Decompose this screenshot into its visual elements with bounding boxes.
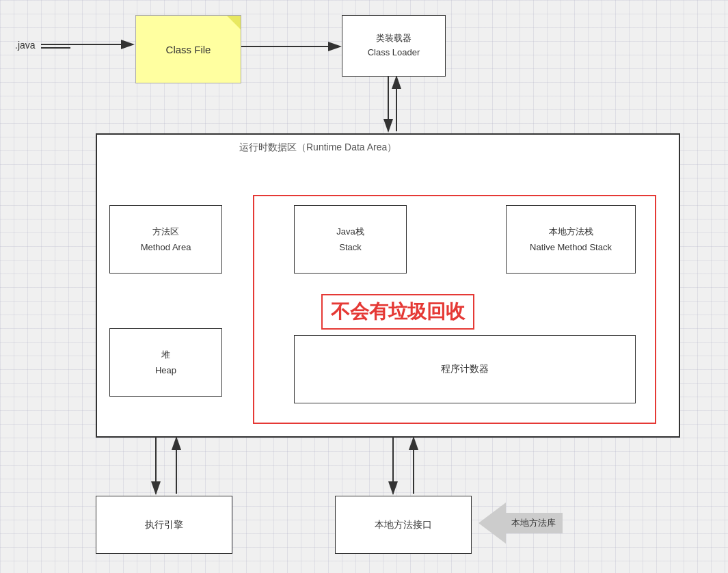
native-lib-body: 本地方法库 — [504, 513, 563, 533]
heap-box: 堆 Heap — [109, 328, 222, 397]
native-stack-line1: 本地方法栈 — [549, 224, 593, 239]
arrow-chevron — [478, 503, 506, 544]
heap-line2: Heap — [155, 362, 176, 378]
class-file-label: Class File — [166, 44, 211, 55]
class-loader-line2: Class Loader — [368, 46, 420, 60]
exec-engine-label: 执行引擎 — [145, 519, 183, 531]
native-lib-arrow: 本地方法库 — [478, 506, 567, 540]
native-interface-box: 本地方法接口 — [335, 496, 472, 554]
native-stack-box: 本地方法栈 Native Method Stack — [506, 205, 636, 274]
exec-engine-box: 执行引擎 — [96, 496, 232, 554]
class-loader-box: 类装载器 Class Loader — [342, 15, 446, 77]
method-area-line2: Method Area — [141, 239, 191, 255]
java-stack-line2: Stack — [339, 239, 362, 255]
pc-counter-box: 程序计数器 — [294, 335, 636, 403]
runtime-area-label: 运行时数据区（Runtime Data Area） — [239, 142, 396, 154]
diagram-container: .java Class File — [0, 0, 728, 573]
heap-line1: 堆 — [161, 347, 170, 362]
pc-counter-label: 程序计数器 — [441, 363, 489, 375]
native-stack-line2: Native Method Stack — [530, 239, 612, 255]
class-loader-line1: 类装载器 — [376, 31, 412, 46]
native-interface-label: 本地方法接口 — [375, 519, 432, 531]
java-stack-box: Java栈 Stack — [294, 205, 407, 274]
no-gc-text: 不会有垃圾回收 — [321, 294, 474, 330]
java-label: .java — [15, 40, 36, 51]
java-stack-line1: Java栈 — [336, 224, 364, 239]
method-area-box: 方法区 Method Area — [109, 205, 222, 274]
class-file-box: Class File — [135, 15, 241, 83]
method-area-line1: 方法区 — [152, 224, 179, 239]
native-lib-label: 本地方法库 — [511, 517, 556, 529]
